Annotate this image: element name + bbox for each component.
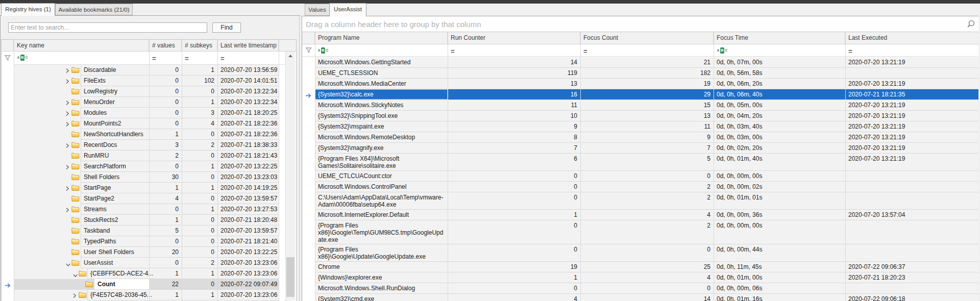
tree-filter-keyname-abc-icon[interactable]: ABC bbox=[17, 55, 28, 61]
tree-row[interactable]: Streams012020-07-20 13:27:53 bbox=[2, 204, 285, 215]
grid-filter-focuscount-equals-icon[interactable]: = bbox=[583, 48, 587, 55]
tree-key-name[interactable]: LowRegistry bbox=[84, 86, 117, 96]
grid-row[interactable]: {Program Files x86}\Google\Temp\GUM98C5.… bbox=[302, 220, 978, 244]
tree-row[interactable]: {F4E57C4B-2036-45...112020-07-20 13:23:0… bbox=[2, 290, 285, 300]
find-button[interactable]: Find bbox=[212, 22, 241, 33]
grid-header-last-executed[interactable]: Last Executed bbox=[845, 32, 978, 44]
tree-expand-collapsed-icon[interactable] bbox=[66, 121, 69, 129]
tree-header-last-write[interactable]: Last write timestamp bbox=[217, 40, 279, 52]
grid-cell-program[interactable]: {System32}\magnify.exe bbox=[315, 143, 448, 153]
tree-key-name[interactable]: MountPoints2 bbox=[84, 118, 121, 129]
tree-row[interactable]: User Shell Folders2002020-07-20 13:22:25 bbox=[2, 247, 285, 258]
tree-row[interactable]: RecentDocs322020-07-21 18:38:33 bbox=[2, 140, 285, 150]
grid-filter-program-abc-icon[interactable]: ABC bbox=[317, 47, 329, 54]
tree-row[interactable]: RunMRU202020-07-21 18:21:43 bbox=[2, 150, 285, 161]
grid-row[interactable]: Microsoft.Windows.ControlPanel020d, 0h, … bbox=[302, 182, 978, 192]
tab-userassist[interactable]: UserAssist bbox=[329, 3, 366, 16]
tree-header-key-name[interactable]: Key name bbox=[14, 40, 149, 52]
grid-row[interactable]: {Windows}\explorer.exe140d, 0h, 01m, 00s… bbox=[302, 272, 978, 283]
tree-row[interactable]: Count2202020-07-22 09:07:49 bbox=[2, 279, 285, 290]
tree-vertical-scrollbar[interactable] bbox=[285, 52, 295, 301]
tree-row[interactable]: FileExts01022020-07-20 14:01:51 bbox=[2, 76, 285, 86]
tree-row[interactable]: TypedPaths002020-07-21 18:21:40 bbox=[2, 236, 285, 247]
tree-row[interactable]: Discardable012020-07-20 13:56:59 bbox=[2, 65, 285, 76]
tree-key-name[interactable]: TypedPaths bbox=[84, 236, 116, 246]
tree-key-name[interactable]: Shell Folders bbox=[84, 172, 119, 182]
tree-expand-collapsed-icon[interactable] bbox=[66, 100, 69, 107]
tab-registry-hives[interactable]: Registry hives (1) bbox=[1, 3, 55, 16]
grid-cell-program[interactable]: UEME_CTLCUACount:ctor bbox=[315, 171, 448, 181]
tree-key-name[interactable]: StartPage2 bbox=[84, 193, 114, 204]
grid-cell-program[interactable]: {System32}\cmd.exe bbox=[315, 294, 448, 301]
grid-row[interactable]: Chrome19250d, 0h, 11m, 45s2020-07-22 09:… bbox=[302, 262, 978, 272]
grid-row[interactable]: UEME_CTLCUACount:ctor000d, 0h, 00m, 00s bbox=[302, 171, 978, 182]
tree-row[interactable]: {CEBFF5CD-ACE2-4...112020-07-20 13:23:06 bbox=[2, 268, 285, 279]
tree-header-num-subkeys[interactable]: # subkeys bbox=[182, 40, 217, 52]
grid-row[interactable]: {Program Files x86}\Google\Update\Google… bbox=[302, 244, 978, 262]
grid-filter-runcounter-equals-icon[interactable]: = bbox=[451, 48, 455, 55]
tree-row[interactable]: MenuOrder012020-07-20 13:22:34 bbox=[2, 97, 285, 108]
grid-row[interactable]: {System32}\calc.exe16290d, 0h, 06m, 40s2… bbox=[302, 89, 978, 100]
tree-expand-collapsed-icon[interactable] bbox=[66, 68, 69, 75]
grid-filter-focustime-abc-icon[interactable]: ABC bbox=[717, 47, 728, 54]
tree-key-name[interactable]: User Shell Folders bbox=[84, 247, 134, 257]
tree-key-name[interactable]: Streams bbox=[84, 204, 107, 214]
grid-row[interactable]: UEME_CTLSESSION1191820d, 0h, 56m, 58s bbox=[302, 68, 978, 79]
tree-key-name[interactable]: StuckRects2 bbox=[84, 215, 118, 225]
grid-row[interactable]: {System32}\mspaint.exe9110d, 0h, 03m, 40… bbox=[302, 121, 978, 132]
grid-cell-program[interactable]: UEME_CTLSESSION bbox=[315, 68, 448, 78]
grid-row[interactable]: {System32}\SnippingTool.exe10130d, 0h, 0… bbox=[302, 111, 978, 121]
grid-cell-program[interactable]: {System32}\SnippingTool.exe bbox=[315, 111, 448, 121]
tree-expand-collapsed-icon[interactable] bbox=[66, 143, 69, 150]
grid-cell-program[interactable]: Microsoft.Windows.StickyNotes bbox=[315, 100, 448, 110]
grid-row[interactable]: {Program Files X64}\Microsoft Games\Soli… bbox=[302, 154, 978, 171]
tree-filter-subkeys-equals-icon[interactable]: = bbox=[185, 55, 189, 62]
group-by-bar[interactable]: Drag a column header here to group by th… bbox=[302, 16, 978, 32]
tree-row[interactable]: LowRegistry002020-07-20 13:22:34 bbox=[2, 86, 285, 97]
tree-expand-collapsed-icon[interactable] bbox=[66, 79, 69, 86]
tree-key-name[interactable]: RunMRU bbox=[84, 150, 109, 161]
tree-expand-collapsed-icon[interactable] bbox=[66, 186, 69, 193]
grid-header-focus-time[interactable]: Focus Time bbox=[714, 32, 845, 44]
tree-key-name[interactable]: SearchPlatform bbox=[84, 161, 126, 171]
grid-header-focus-count[interactable]: Focus Count bbox=[580, 32, 714, 44]
tree-scrollbar-up-button[interactable] bbox=[286, 52, 295, 60]
tree-row[interactable]: Shell Folders3002020-07-20 13:23:03 bbox=[2, 172, 285, 183]
tree-row[interactable]: NewShortcutHandlers102020-07-21 18:22:36 bbox=[2, 129, 285, 140]
grid-row[interactable]: Microsoft.Windows.GettingStarted14210d, … bbox=[302, 57, 978, 68]
tree-key-name[interactable]: NewShortcutHandlers bbox=[84, 129, 143, 139]
tree-filter-lastwrite-equals-icon[interactable]: = bbox=[220, 55, 225, 62]
grid-cell-program[interactable]: C:\Users\Adam\AppData\Local\Temp\vmware-… bbox=[315, 192, 448, 209]
tree-row[interactable]: Modules032020-07-21 18:20:25 bbox=[2, 108, 285, 118]
tree-expand-expanded-icon[interactable] bbox=[73, 272, 78, 279]
grid-cell-program[interactable]: {System32}\mspaint.exe bbox=[315, 121, 448, 132]
tree-expand-collapsed-icon[interactable] bbox=[66, 164, 69, 171]
grid-header-run-counter[interactable]: Run Counter bbox=[448, 32, 580, 44]
tree-key-name[interactable]: StartPage bbox=[84, 183, 111, 193]
tree-key-name[interactable]: MenuOrder bbox=[84, 97, 115, 107]
grid-row[interactable]: C:\Users\Adam\AppData\Local\Temp\vmware-… bbox=[302, 192, 978, 210]
grid-filter-lastexecuted-equals-icon[interactable]: = bbox=[848, 48, 852, 55]
tree-filter-values-equals-icon[interactable]: = bbox=[152, 55, 156, 62]
grid-cell-program[interactable]: Microsoft.Windows.GettingStarted bbox=[315, 57, 448, 67]
tree-key-name[interactable]: Modules bbox=[84, 108, 107, 118]
tree-key-name[interactable]: Discardable bbox=[84, 65, 116, 75]
grid-row[interactable]: {System32}\magnify.exe770d, 0h, 02m, 20s… bbox=[302, 143, 978, 154]
tree-row[interactable]: StartPage112020-07-20 14:19:25 bbox=[2, 183, 285, 193]
grid-cell-program[interactable]: Chrome bbox=[315, 262, 448, 272]
grid-cell-program[interactable]: {Program Files X64}\Microsoft Games\Soli… bbox=[315, 154, 448, 170]
tree-key-name[interactable]: UserAssist bbox=[84, 258, 113, 268]
tree-expand-collapsed-icon[interactable] bbox=[73, 293, 77, 300]
tree-row[interactable]: UserAssist022020-07-20 13:23:06 bbox=[2, 258, 285, 268]
tree-row[interactable]: MountPoints2042020-07-21 18:22:36 bbox=[2, 118, 285, 129]
tree-row[interactable]: StartPage2402020-07-20 13:59:57 bbox=[2, 193, 285, 204]
grid-cell-program[interactable]: Microsoft.Windows.ControlPanel bbox=[315, 182, 448, 192]
tree-key-name[interactable]: FileExts bbox=[84, 76, 106, 86]
tree-expand-collapsed-icon[interactable] bbox=[66, 207, 69, 214]
tree-row[interactable]: StuckRects2102020-07-21 18:20:48 bbox=[2, 215, 285, 225]
search-input[interactable] bbox=[8, 22, 207, 33]
grid-row[interactable]: Microsoft.Windows.Shell.RunDialog000d, 0… bbox=[302, 283, 978, 294]
grid-row[interactable]: Microsoft.InternetExplorer.Default140d, … bbox=[302, 210, 978, 220]
tab-values[interactable]: Values bbox=[305, 4, 330, 16]
tree-scrollbar-thumb[interactable] bbox=[286, 257, 295, 297]
